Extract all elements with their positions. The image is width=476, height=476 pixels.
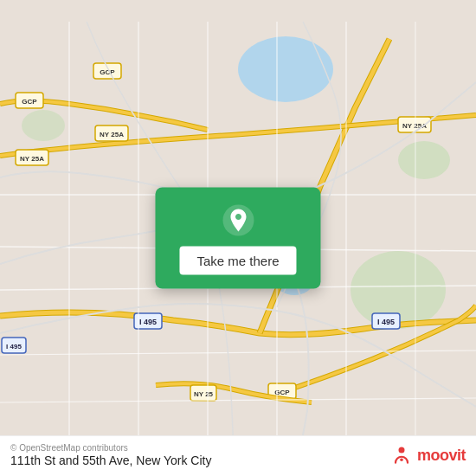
svg-text:I 495: I 495	[139, 318, 157, 326]
moovit-logo: moovit	[389, 443, 466, 467]
svg-point-39	[398, 447, 404, 453]
svg-text:GCP: GCP	[100, 68, 115, 76]
osm-credit: © OpenStreetMap contributors	[10, 443, 211, 453]
svg-point-1	[238, 36, 333, 102]
moovit-text: moovit	[417, 447, 466, 465]
svg-text:NY 25A: NY 25A	[20, 155, 44, 163]
svg-text:NY 25: NY 25	[194, 390, 214, 398]
moovit-brand-icon	[389, 443, 414, 467]
svg-rect-38	[389, 443, 414, 467]
take-me-there-button[interactable]: Take me there	[179, 247, 296, 275]
svg-text:I 495: I 495	[6, 343, 22, 351]
svg-point-4	[398, 141, 450, 179]
svg-point-40	[400, 459, 403, 462]
svg-point-5	[22, 110, 65, 141]
svg-text:NY 25A: NY 25A	[100, 131, 124, 138]
location-name: 111th St and 55th Ave, New York City	[10, 453, 211, 467]
bottom-left: © OpenStreetMap contributors 111th St an…	[10, 443, 211, 467]
svg-text:GCP: GCP	[22, 98, 37, 106]
svg-text:I 495: I 495	[377, 318, 395, 326]
location-card: Take me there	[155, 188, 320, 289]
bottom-bar: © OpenStreetMap contributors 111th St an…	[0, 435, 476, 476]
location-pin-icon	[221, 203, 255, 238]
map-container: I 495 I 495 NY 25A NY 25A NY 25A GCP GCP…	[0, 0, 476, 476]
